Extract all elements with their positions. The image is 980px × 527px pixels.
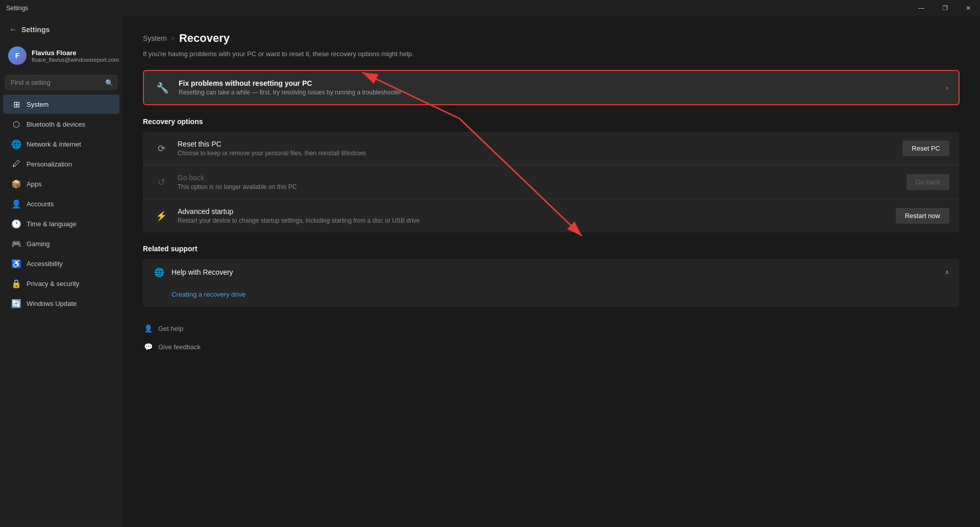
fix-problems-card[interactable]: 🔧 Fix problems without resetting your PC…	[143, 70, 960, 105]
sidebar-item-label-apps: Apps	[27, 180, 42, 188]
get-help-icon: 👤	[143, 323, 153, 333]
fix-text: Fix problems without resetting your PC R…	[179, 79, 946, 96]
content-area: System > Recovery If you're having probl…	[122, 16, 980, 527]
support-header-title: Help with Recovery	[172, 268, 945, 276]
reset-title: Reset this PC	[178, 140, 902, 148]
sidebar-nav: ⊞System⬡Bluetooth & devices🌐Network & in…	[0, 94, 122, 314]
personalization-icon: 🖊	[11, 159, 21, 169]
sidebar-item-label-personalization: Personalization	[27, 160, 72, 168]
sidebar-item-accounts[interactable]: 👤Accounts	[3, 194, 119, 213]
back-button[interactable]: ← Settings	[3, 21, 119, 38]
fix-icon: 🔧	[154, 80, 170, 96]
footer-links: 👤 Get help 💬 Give feedback	[143, 319, 960, 356]
content-wrapper: System > Recovery If you're having probl…	[143, 32, 960, 356]
restore-button[interactable]: ❐	[933, 0, 957, 16]
windows-update-icon: 🔄	[11, 298, 21, 308]
recovery-options-title: Recovery options	[143, 117, 960, 126]
user-name: Flavius Floare	[32, 49, 119, 57]
fix-chevron-icon: ›	[946, 84, 948, 92]
give-feedback-label: Give feedback	[158, 343, 201, 351]
sidebar-item-windows-update[interactable]: 🔄Windows Update	[3, 294, 119, 313]
support-content: Creating a recovery drive	[143, 285, 960, 307]
gaming-icon: 🎮	[11, 238, 21, 249]
reset-pc-button[interactable]: Reset PC	[902, 140, 949, 156]
breadcrumb-separator: >	[171, 34, 175, 42]
user-profile[interactable]: F Flavius Floare floare_flavius@windowsr…	[0, 40, 122, 71]
apps-icon: 📦	[11, 179, 21, 189]
get-help-label: Get help	[158, 325, 183, 332]
advanced-startup-row: ⚡ Advanced startup Restart your device t…	[143, 199, 960, 232]
sidebar-item-label-accessibility: Accessibility	[27, 260, 63, 268]
minimize-button[interactable]: —	[910, 0, 933, 16]
related-support-title: Related support	[143, 245, 960, 253]
recovery-drive-link[interactable]: Creating a recovery drive	[172, 291, 246, 298]
sidebar-item-privacy[interactable]: 🔒Privacy & security	[3, 274, 119, 293]
sidebar-item-system[interactable]: ⊞System	[3, 94, 119, 114]
accessibility-icon: ♿	[11, 258, 21, 269]
bluetooth-icon: ⬡	[11, 119, 21, 129]
sidebar-item-label-gaming: Gaming	[27, 240, 50, 248]
reset-icon: ⟳	[153, 140, 169, 157]
breadcrumb: System > Recovery	[143, 32, 960, 45]
breadcrumb-current: Recovery	[179, 32, 230, 45]
sidebar-item-label-windows-update: Windows Update	[27, 300, 77, 307]
sidebar-item-apps[interactable]: 📦Apps	[3, 174, 119, 194]
time-icon: 🕐	[11, 219, 21, 229]
accounts-icon: 👤	[11, 199, 21, 209]
user-info: Flavius Floare floare_flavius@windowsrep…	[32, 49, 119, 63]
advanced-startup-text: Advanced startup Restart your device to …	[178, 207, 896, 224]
search-container: 🔍	[5, 75, 117, 90]
page-description: If you're having problems with your PC o…	[143, 50, 960, 58]
reset-pc-row: ⟳ Reset this PC Choose to keep or remove…	[143, 132, 960, 165]
titlebar-title: Settings	[6, 5, 28, 12]
sidebar-item-label-accounts: Accounts	[27, 200, 54, 208]
fix-title: Fix problems without resetting your PC	[179, 79, 946, 87]
go-back-title: Go back	[178, 174, 906, 182]
go-back-button[interactable]: Go back	[906, 174, 949, 190]
go-back-text: Go back This option is no longer availab…	[178, 174, 906, 190]
sidebar-item-label-system: System	[27, 101, 48, 108]
advanced-startup-description: Restart your device to change startup se…	[178, 217, 896, 224]
network-icon: 🌐	[11, 139, 21, 149]
give-feedback-icon: 💬	[143, 342, 153, 352]
sidebar-item-label-privacy: Privacy & security	[27, 280, 79, 288]
user-email: floare_flavius@windowsreport.com	[32, 57, 119, 63]
get-help-link[interactable]: 👤 Get help	[143, 319, 960, 338]
search-input[interactable]	[5, 75, 117, 90]
main-layout: ← Settings F Flavius Floare floare_flavi…	[0, 16, 980, 527]
sidebar-item-label-time: Time & language	[27, 220, 77, 228]
sidebar: ← Settings F Flavius Floare floare_flavi…	[0, 16, 122, 527]
go-back-description: This option is no longer available on th…	[178, 183, 906, 190]
support-card: 🌐 Help with Recovery ∧ Creating a recove…	[143, 259, 960, 307]
help-with-recovery-header[interactable]: 🌐 Help with Recovery ∧	[143, 259, 960, 285]
titlebar: Settings — ❐ ✕	[0, 0, 980, 16]
sidebar-item-label-network: Network & internet	[27, 140, 81, 148]
close-button[interactable]: ✕	[957, 0, 980, 16]
sidebar-item-gaming[interactable]: 🎮Gaming	[3, 234, 119, 253]
reset-description: Choose to keep or remove your personal f…	[178, 150, 902, 157]
privacy-icon: 🔒	[11, 278, 21, 289]
avatar: F	[8, 46, 27, 65]
sidebar-item-personalization[interactable]: 🖊Personalization	[3, 154, 119, 174]
advanced-startup-title: Advanced startup	[178, 207, 896, 215]
support-icon: 🌐	[153, 266, 165, 278]
search-icon: 🔍	[105, 79, 113, 86]
support-chevron-icon: ∧	[945, 269, 949, 276]
window-controls: — ❐ ✕	[910, 0, 980, 16]
fix-description: Resetting can take a while — first, try …	[179, 89, 946, 96]
back-icon: ←	[9, 25, 17, 34]
go-back-icon: ↺	[153, 174, 169, 190]
advanced-startup-icon: ⚡	[153, 208, 169, 224]
sidebar-item-network[interactable]: 🌐Network & internet	[3, 134, 119, 154]
restart-now-button[interactable]: Restart now	[896, 208, 949, 224]
sidebar-item-accessibility[interactable]: ♿Accessibility	[3, 254, 119, 273]
go-back-row: ↺ Go back This option is no longer avail…	[143, 165, 960, 199]
sidebar-item-time[interactable]: 🕐Time & language	[3, 214, 119, 233]
give-feedback-link[interactable]: 💬 Give feedback	[143, 338, 960, 356]
settings-label: Settings	[21, 26, 50, 34]
sidebar-item-bluetooth[interactable]: ⬡Bluetooth & devices	[3, 114, 119, 134]
sidebar-item-label-bluetooth: Bluetooth & devices	[27, 121, 85, 128]
recovery-options-card: ⟳ Reset this PC Choose to keep or remove…	[143, 132, 960, 232]
reset-text: Reset this PC Choose to keep or remove y…	[178, 140, 902, 157]
breadcrumb-parent[interactable]: System	[143, 34, 167, 42]
